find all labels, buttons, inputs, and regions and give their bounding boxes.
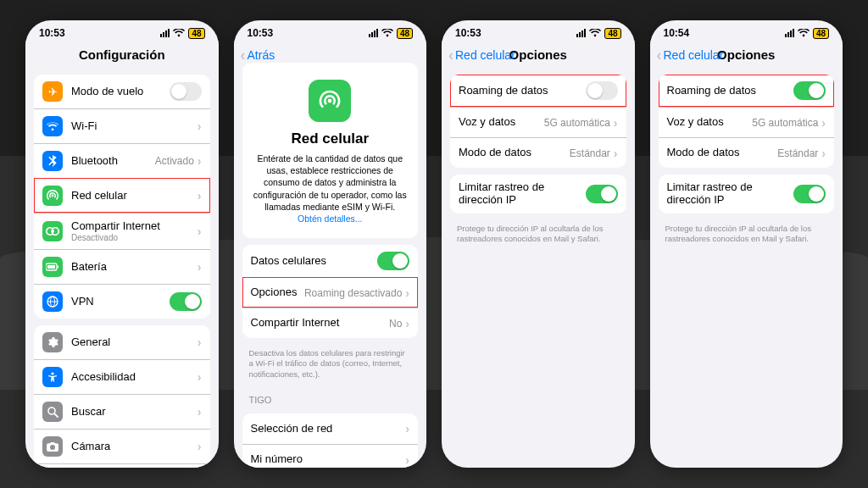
row-search[interactable]: Buscar ›: [34, 394, 210, 429]
clock: 10:53: [248, 27, 274, 39]
roaming-toggle-on[interactable]: [793, 81, 826, 100]
cellular-data-toggle[interactable]: [377, 252, 409, 270]
vpn-toggle[interactable]: [170, 292, 202, 311]
page-title: Opciones: [717, 47, 775, 62]
promo-title: Red celular: [253, 130, 409, 147]
ip-toggle[interactable]: [586, 185, 618, 203]
accessibility-icon: [42, 367, 63, 387]
signal-icon: [160, 29, 170, 37]
chevron-right-icon: ›: [198, 189, 202, 202]
row-vpn[interactable]: VPN: [34, 284, 210, 319]
row-camera[interactable]: Cámara ›: [34, 429, 210, 463]
status-bar: 10:54 48: [650, 20, 843, 41]
battery-icon: 48: [397, 28, 413, 39]
row-value: 5G automática: [752, 117, 818, 129]
chevron-left-icon: ‹: [657, 47, 662, 63]
roaming-toggle-off[interactable]: [586, 81, 618, 100]
svg-line-8: [54, 413, 58, 417]
chevron-right-icon: ›: [614, 116, 618, 130]
row-bluetooth[interactable]: Bluetooth Activado ›: [34, 143, 210, 178]
phone-options-roaming-on: 10:54 48 ‹Red celular Opciones Roaming d…: [650, 20, 843, 468]
row-label: Bluetooth: [71, 155, 155, 168]
chevron-right-icon: ›: [198, 440, 202, 453]
row-options[interactable]: Opciones Roaming desactivado ›: [242, 277, 419, 308]
phone-cellular-settings: 10:53 48 ‹Atrás Red celular Entérate de …: [234, 20, 427, 468]
row-limit-ip[interactable]: Limitar rastreo de dirección IP: [450, 175, 626, 214]
chevron-right-icon: ›: [198, 370, 202, 384]
row-label: Batería: [71, 261, 198, 274]
row-data-mode[interactable]: Modo de datos Estándar ›: [450, 137, 626, 168]
signal-icon: [576, 29, 586, 37]
clock: 10:54: [664, 27, 690, 39]
row-label: Limitar rastreo de dirección IP: [667, 181, 794, 207]
row-label: Voz y datos: [459, 116, 544, 129]
ip-footer-note: Protege tu dirección IP al ocultarla de …: [442, 220, 635, 252]
row-accessibility[interactable]: Accesibilidad ›: [34, 359, 210, 394]
row-voice-data[interactable]: Voz y datos 5G automática ›: [450, 107, 626, 137]
row-general[interactable]: General ›: [34, 325, 210, 359]
chevron-right-icon: ›: [405, 453, 409, 467]
row-hotspot[interactable]: Compartir InternetDesactivado ›: [34, 213, 210, 249]
wifi-icon: [173, 29, 185, 37]
ip-toggle[interactable]: [793, 185, 826, 203]
nav-header: ‹Red celular Opciones: [442, 41, 635, 71]
row-data-mode[interactable]: Modo de datos Estándar ›: [659, 137, 835, 168]
row-label: Cámara: [71, 441, 198, 453]
row-hotspot-2[interactable]: Compartir Internet No ›: [242, 308, 419, 338]
search-icon: [42, 402, 63, 422]
phone-settings-root: 10:53 48 Configuración ✈ Modo de vuelo W…: [25, 20, 219, 468]
cellular-promo-card: Red celular Entérate de la cantidad de d…: [242, 63, 419, 238]
battery-settings-icon: [42, 257, 63, 277]
row-value: No: [389, 318, 402, 330]
row-limit-ip[interactable]: Limitar rastreo de dirección IP: [659, 175, 835, 214]
status-bar: 10:53 48: [442, 20, 635, 41]
airplane-icon: ✈: [42, 81, 63, 102]
battery-icon: 48: [188, 28, 204, 39]
row-label: VPN: [71, 296, 170, 308]
chevron-right-icon: ›: [405, 317, 409, 330]
back-button[interactable]: ‹Atrás: [241, 47, 275, 63]
row-data-roaming[interactable]: Roaming de datos: [659, 75, 835, 107]
row-airplane-mode[interactable]: ✈ Modo de vuelo: [34, 75, 210, 108]
chevron-right-icon: ›: [821, 116, 826, 130]
chevron-right-icon: ›: [198, 336, 202, 349]
row-label: Modo de datos: [667, 147, 778, 159]
row-wifi[interactable]: Wi-Fi ›: [34, 108, 210, 143]
airplane-toggle[interactable]: [170, 82, 202, 101]
row-data-roaming[interactable]: Roaming de datos: [450, 75, 626, 107]
row-my-number[interactable]: Mi número ›: [242, 444, 419, 468]
row-battery[interactable]: Batería ›: [34, 249, 210, 284]
battery-icon: 48: [813, 28, 829, 39]
back-button[interactable]: ‹Red celular: [657, 47, 724, 63]
back-button[interactable]: ‹Red celular: [448, 47, 515, 63]
row-network-selection[interactable]: Selección de red ›: [242, 413, 419, 444]
wifi-icon: [381, 29, 393, 37]
row-control-center[interactable]: Centro de control ›: [34, 463, 210, 468]
row-label: Opciones: [251, 286, 304, 299]
nav-header: ‹Atrás: [234, 41, 427, 56]
svg-rect-2: [58, 266, 59, 269]
row-label: General: [71, 336, 198, 349]
wifi-icon: [589, 29, 601, 37]
row-label: Voz y datos: [667, 116, 753, 129]
status-bar: 10:53 48: [25, 20, 219, 41]
gear-icon: [42, 332, 63, 352]
chevron-right-icon: ›: [198, 225, 202, 238]
carrier-header: TIGO: [234, 386, 427, 407]
camera-icon: [42, 436, 63, 457]
chevron-right-icon: ›: [198, 154, 202, 168]
row-label: Roaming de datos: [459, 85, 586, 97]
row-cellular-data[interactable]: Datos celulares: [242, 245, 419, 277]
row-value: Estándar: [570, 147, 610, 159]
row-cellular[interactable]: Red celular ›: [34, 178, 210, 213]
row-value: Roaming desactivado: [304, 287, 402, 299]
cellular-big-icon: [309, 80, 351, 122]
page-title: Configuración: [79, 47, 165, 62]
status-bar: 10:53 48: [234, 20, 427, 41]
wifi-icon: [798, 29, 810, 37]
row-value: Estándar: [777, 147, 818, 159]
row-voice-data[interactable]: Voz y datos 5G automática ›: [659, 107, 835, 137]
page-title: Opciones: [509, 47, 567, 62]
promo-link[interactable]: Obtén detalles...: [298, 214, 362, 224]
clock: 10:53: [39, 27, 65, 39]
